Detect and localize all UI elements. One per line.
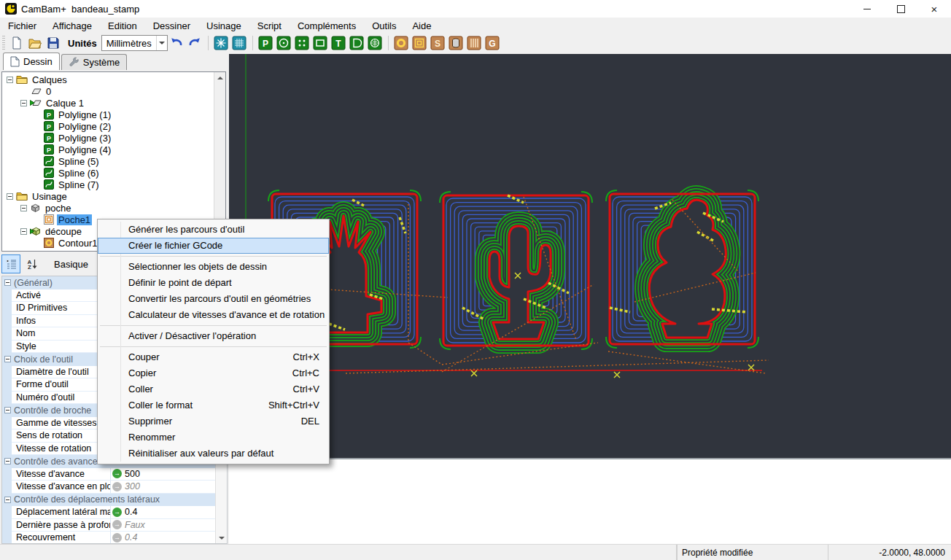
menu-dessiner[interactable]: Dessiner xyxy=(145,18,198,34)
scroll-up-arrow[interactable] xyxy=(214,72,225,83)
menu-item-activer-de-sactiver-l-ope-ration[interactable]: Activer / Désactiver l'opération xyxy=(98,328,329,344)
tab-dessin[interactable]: Dessin xyxy=(3,52,60,70)
redo-icon[interactable] xyxy=(187,35,203,52)
menu-affichage[interactable]: Affichage xyxy=(44,18,100,34)
circle-icon[interactable] xyxy=(276,35,292,52)
tree-item-polyligne-3-[interactable]: PPolyligne (3) xyxy=(2,132,214,144)
tree-expander[interactable] xyxy=(20,100,27,106)
tree-expander[interactable] xyxy=(20,205,27,211)
chevron-down-icon[interactable] xyxy=(156,36,167,50)
menu-item-coller-le-format[interactable]: Coller le formatShift+Ctrl+V xyxy=(98,397,329,413)
alphabetical-view-button[interactable]: AZ xyxy=(23,254,42,273)
property-label: Activé xyxy=(12,289,110,303)
category-expander[interactable] xyxy=(4,458,11,464)
menu-item-copier[interactable]: CopierCtrl+C xyxy=(98,365,329,381)
rectangle-icon[interactable] xyxy=(312,35,329,52)
tree-item-0[interactable]: 0 xyxy=(2,85,214,97)
category-expander[interactable] xyxy=(4,279,11,286)
property-value[interactable]: →0.4 xyxy=(110,506,227,519)
tab-systeme[interactable]: Système xyxy=(61,54,128,70)
tree-item-spline-7-[interactable]: Spline (7) xyxy=(2,179,214,190)
menu-item-renommer[interactable]: Renommer xyxy=(98,429,329,446)
pocket-icon[interactable] xyxy=(393,35,410,52)
menu-item-se-lectionner-les-objets-de-dessin[interactable]: Sélectionner les objets de dessin xyxy=(98,259,329,275)
property-value[interactable]: →0.4 xyxy=(110,532,227,544)
drawing-canvas[interactable] xyxy=(229,54,951,458)
profile-icon[interactable] xyxy=(466,35,483,52)
categorized-view-button[interactable] xyxy=(1,254,20,273)
tree-item-usinage[interactable]: Usinage xyxy=(2,190,214,202)
property-value[interactable]: →300 xyxy=(110,481,227,494)
menu-item-convertir-les-parcours-d-outil-en-ge-ome-tries[interactable]: Convertir les parcours d'outil en géomét… xyxy=(98,291,329,307)
scroll-down-arrow[interactable] xyxy=(216,532,227,543)
category-expander[interactable] xyxy=(4,407,11,413)
open-file-icon[interactable] xyxy=(26,35,43,52)
property-value[interactable]: →Faux xyxy=(110,519,227,532)
engrave-icon[interactable]: S xyxy=(430,35,446,52)
property-row[interactable]: Vitesse d'avance en plongée→300 xyxy=(2,481,227,494)
polyline-item-icon: P xyxy=(44,109,54,120)
view-mode-label[interactable]: Basique xyxy=(54,259,88,270)
property-row[interactable]: Recouvrement→0.4 xyxy=(2,532,227,544)
property-row[interactable]: Déplacement latéral maxi→0.4 xyxy=(2,506,227,519)
contour-icon[interactable] xyxy=(411,35,428,52)
menu-script[interactable]: Script xyxy=(249,18,290,34)
polyline-icon[interactable]: P xyxy=(257,35,274,52)
menu-fichier[interactable]: Fichier xyxy=(0,18,44,34)
property-category[interactable]: Contrôle des déplacements latéraux xyxy=(2,494,227,507)
gcode-icon[interactable]: G xyxy=(484,35,501,52)
property-row[interactable]: Dernière passe à profondeur→Faux xyxy=(2,519,227,532)
point-list-icon[interactable] xyxy=(294,35,311,52)
folder-icon xyxy=(16,192,28,201)
property-row[interactable]: Vitesse d'avance→500 xyxy=(2,468,227,481)
new-document-icon[interactable] xyxy=(8,35,25,52)
menu-complements[interactable]: Compléments xyxy=(290,18,364,34)
minimize-button[interactable] xyxy=(850,0,884,18)
tree-expander[interactable] xyxy=(20,228,27,235)
tree-item-polyligne-4-[interactable]: PPolyligne (4) xyxy=(2,144,214,155)
menu-usinage[interactable]: Usinage xyxy=(198,18,249,34)
menu-item-couper[interactable]: CouperCtrl+X xyxy=(98,349,329,365)
units-combobox[interactable]: Millimètres xyxy=(101,35,168,51)
tree-item-calques[interactable]: Calques xyxy=(2,74,214,85)
property-value[interactable]: →500 xyxy=(110,468,227,481)
menu-item-coller[interactable]: CollerCtrl+V xyxy=(98,381,329,397)
undo-icon[interactable] xyxy=(168,35,185,52)
menu-edition[interactable]: Edition xyxy=(100,18,145,34)
close-button[interactable]: × xyxy=(917,0,951,18)
tree-item-polyligne-2-[interactable]: PPolyligne (2) xyxy=(2,120,214,132)
value-set-icon: → xyxy=(112,469,122,478)
category-expander[interactable] xyxy=(4,497,11,503)
menu-item-re-initialiser-aux-valeurs-par-de-faut[interactable]: Réinitialiser aux valeurs par défaut xyxy=(98,446,329,462)
tree-item-poche[interactable]: poche xyxy=(2,202,214,214)
view-icon-group xyxy=(212,35,249,52)
tree-item-polyligne-1-[interactable]: PPolyligne (1) xyxy=(2,109,214,120)
save-file-icon[interactable] xyxy=(44,35,61,52)
snap-point-icon[interactable] xyxy=(213,35,230,52)
menu-item-calculateur-de-vitesses-d-avance-et-de-rotation[interactable]: Calculateur de vitesses d'avance et de r… xyxy=(98,307,329,323)
tree-item-label: Calque 1 xyxy=(44,98,85,109)
maximize-button[interactable] xyxy=(884,0,917,18)
tree-item-spline-5-[interactable]: Spline (5) xyxy=(2,155,214,167)
menu-outils[interactable]: Outils xyxy=(364,18,404,34)
value-default-icon: → xyxy=(112,533,122,542)
tree-item-label: Spline (6) xyxy=(57,168,101,179)
drill-icon[interactable] xyxy=(448,35,465,52)
menu-aide[interactable]: Aide xyxy=(404,18,439,34)
region-icon[interactable] xyxy=(367,35,384,52)
menu-item-cre-er-le-fichier-gcode[interactable]: Créer le fichier GCode xyxy=(98,238,329,254)
tree-expander[interactable] xyxy=(7,193,13,200)
property-label: Déplacement latéral maxi xyxy=(12,506,110,519)
tree-expander[interactable] xyxy=(7,77,13,83)
category-expander[interactable] xyxy=(4,356,11,362)
grid-icon[interactable] xyxy=(231,35,248,52)
property-label: Vitesse d'avance en plongée xyxy=(12,481,110,494)
menu-item-supprimer[interactable]: SupprimerDEL xyxy=(98,413,329,429)
tree-item-calque-1[interactable]: Calque 1 xyxy=(2,97,214,109)
menu-item-ge-ne-rer-les-parcours-d-outil[interactable]: Générer les parcours d'outil xyxy=(98,222,329,238)
svg-text:P: P xyxy=(47,123,51,131)
surface-icon[interactable] xyxy=(349,35,365,52)
tree-item-spline-6-[interactable]: Spline (6) xyxy=(2,167,214,179)
menu-item-de-finir-le-point-de-de-part[interactable]: Définir le point de départ xyxy=(98,275,329,291)
text-icon[interactable]: T xyxy=(330,35,347,52)
